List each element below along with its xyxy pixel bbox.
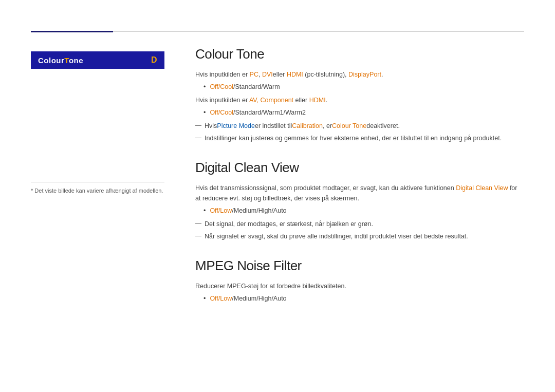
main-content: Colour Tone Hvis inputkilden er PC, DVIe… (195, 46, 524, 320)
colour-tone-note2: Indstillinger kan justeres og gemmes for… (195, 133, 524, 143)
colour-tone-bullet1: Off/Cool /Standard /Warm (203, 82, 524, 92)
mpeg-noise-filter-bullet: Off /Low /Medium /High /Auto (203, 293, 524, 304)
section-digital-clean-view: Digital Clean View Hvis det transmission… (195, 160, 524, 241)
top-bar-accent-line (31, 31, 113, 32)
colour-tone-note1: Hvis Picture Mode er indstillet til Cali… (195, 121, 524, 131)
section-colour-tone: Colour Tone Hvis inputkilden er PC, DVIe… (195, 46, 524, 143)
mpeg-noise-filter-para1: Reducerer MPEG-støj for at forbedre bill… (195, 281, 524, 291)
colour-tone-body: Hvis inputkilden er PC, DVIeller HDMI (p… (195, 69, 524, 143)
digital-clean-view-body: Hvis det transmissionssignal, som produk… (195, 183, 524, 241)
mpeg-noise-filter-body: Reducerer MPEG-støj for at forbedre bill… (195, 281, 524, 304)
sidebar-divider (31, 182, 164, 182)
sidebar-logo: ColourTone D (31, 51, 164, 69)
sidebar: ColourTone D * Det viste billede kan var… (31, 51, 175, 194)
colour-tone-bullet2: Off /Cool /Standard /Warm1 /Warm2 (203, 107, 524, 118)
logo-icon: D (151, 55, 157, 65)
sidebar-note: * Det viste billede kan variere afhængig… (31, 188, 164, 194)
digital-clean-view-note2: Når signalet er svagt, skal du prøve all… (195, 231, 524, 241)
top-bar (31, 31, 524, 32)
digital-clean-view-bullet: Off /Low /Medium /High /Auto (203, 206, 524, 216)
section-mpeg-noise-filter: MPEG Noise Filter Reducerer MPEG-støj fo… (195, 258, 524, 304)
digital-clean-view-title: Digital Clean View (195, 160, 524, 176)
digital-clean-view-para1: Hvis det transmissionssignal, som produk… (195, 183, 524, 203)
top-bar-rule (113, 31, 524, 32)
mpeg-noise-filter-title: MPEG Noise Filter (195, 258, 524, 274)
logo-text: ColourTone (38, 56, 83, 65)
colour-tone-title: Colour Tone (195, 46, 524, 62)
colour-tone-para2: Hvis inputkilden er AV, Component eller … (195, 95, 524, 105)
digital-clean-view-note1: Det signal, der modtages, er stærkest, n… (195, 219, 524, 229)
colour-tone-para1: Hvis inputkilden er PC, DVIeller HDMI (p… (195, 69, 524, 80)
